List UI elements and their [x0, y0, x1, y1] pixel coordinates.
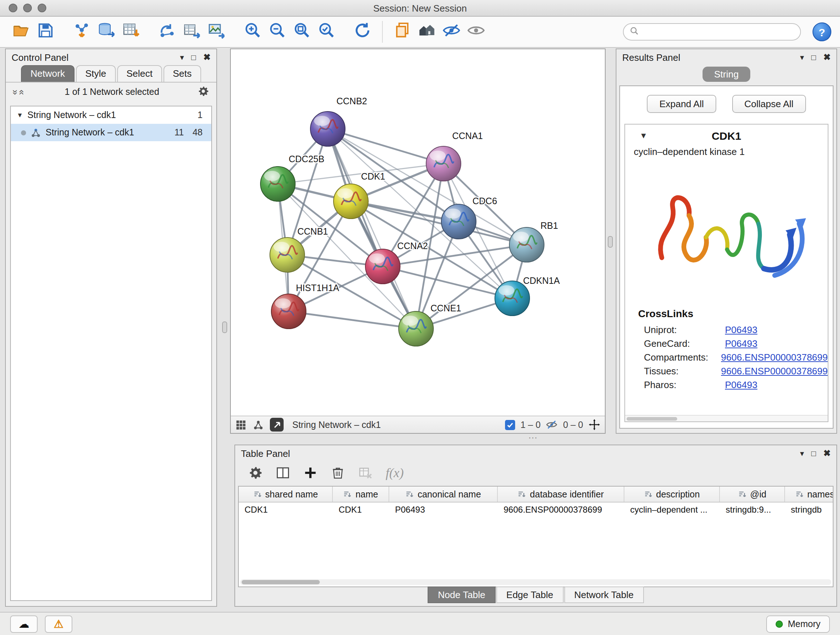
pan-crosshair-icon[interactable]	[588, 418, 600, 431]
node-label: CCNB2	[336, 96, 367, 106]
network-node-CDK1[interactable]	[333, 184, 368, 219]
collapse-all-button[interactable]: Collapse All	[732, 95, 806, 113]
tab-network-table[interactable]: Network Table	[564, 586, 644, 603]
table-scrollbar[interactable]	[240, 579, 831, 585]
zoom-in-button[interactable]	[240, 19, 265, 44]
crosslink-link[interactable]: 9606.ENSP00000378699	[721, 352, 828, 363]
crosslink-link[interactable]: P06493	[725, 338, 758, 349]
export-table-button[interactable]	[180, 19, 204, 44]
zoom-selected-button[interactable]	[314, 19, 339, 44]
network-node-CCNA1[interactable]	[426, 146, 461, 181]
column-header-0[interactable]: shared name	[239, 486, 333, 502]
open-external-button[interactable]	[270, 418, 284, 432]
network-node-CCNB1[interactable]	[270, 238, 305, 272]
gene-collapse-icon[interactable]: ▼	[639, 131, 647, 140]
add-column-plus-icon[interactable]	[303, 466, 317, 480]
panel-float-icon[interactable]: □	[191, 53, 196, 61]
save-session-button[interactable]	[33, 19, 58, 44]
export-image-button[interactable]	[204, 19, 229, 44]
horizontal-splitter[interactable]: ⋯	[528, 436, 538, 440]
network-node-CDC25B[interactable]	[261, 166, 295, 201]
tab-style[interactable]: Style	[76, 65, 116, 82]
network-node-CCNE1[interactable]	[399, 311, 433, 346]
refresh-view-button[interactable]	[350, 19, 375, 44]
network-node-CDC6[interactable]	[441, 204, 476, 239]
cloud-button[interactable]: ☁	[10, 615, 38, 632]
tab-edge-table[interactable]: Edge Table	[496, 586, 564, 603]
show-all-button[interactable]	[464, 19, 488, 44]
network-node-CCNB2[interactable]	[310, 111, 345, 146]
window-title: Session: New Session	[0, 3, 840, 13]
table-settings-gear-icon[interactable]	[248, 466, 263, 480]
network-edge[interactable]	[289, 311, 416, 329]
selected-checkbox-icon[interactable]	[505, 420, 515, 430]
column-header-4[interactable]: description	[624, 486, 720, 502]
network-row[interactable]: String Network – cdk1 11 48	[11, 124, 211, 141]
memory-button[interactable]: Memory	[766, 615, 830, 632]
right-splitter-grip[interactable]	[608, 236, 613, 248]
zoom-out-button[interactable]	[265, 19, 289, 44]
zoom-fit-button[interactable]	[289, 19, 314, 44]
delete-column-trash-icon[interactable]	[331, 466, 345, 480]
network-edge[interactable]	[328, 129, 444, 164]
network-options-gear-icon[interactable]	[197, 85, 209, 99]
show-columns-icon[interactable]	[276, 466, 290, 480]
results-scrollbar[interactable]	[625, 415, 828, 421]
copy-button[interactable]	[390, 19, 415, 44]
panel-menu-icon[interactable]: ▾	[800, 53, 804, 61]
network-canvas[interactable]: CCNB2CCNA1CDC25BCDK1CDC6RB1CCNB1CCNA2CDK…	[231, 49, 605, 416]
hidden-eye-slash-icon[interactable]	[546, 418, 558, 431]
table-cell: 9606.ENSP00000378699	[498, 502, 624, 517]
hide-selected-button[interactable]	[439, 19, 464, 44]
panel-menu-icon[interactable]: ▾	[800, 449, 804, 457]
table-row[interactable]: CDK1CDK1P064939606.ENSP00000378699cyclin…	[239, 502, 833, 517]
open-session-button[interactable]	[9, 19, 33, 44]
network-node-CCNA2[interactable]	[365, 249, 400, 284]
collapse-all-networks-icon[interactable]: «	[18, 89, 27, 95]
search-icon	[630, 25, 639, 38]
network-collection-row[interactable]: ▼ String Network – cdk1 1	[11, 106, 211, 124]
tab-node-table[interactable]: Node Table	[428, 586, 495, 603]
search-input[interactable]	[643, 27, 794, 37]
panel-close-icon[interactable]: ✖	[823, 53, 831, 62]
new-network-button[interactable]	[155, 19, 180, 44]
tab-select[interactable]: Select	[117, 65, 162, 82]
tab-string[interactable]: String	[703, 67, 750, 82]
crosslink-link[interactable]: P06493	[725, 379, 758, 390]
grid-view-icon[interactable]	[235, 419, 247, 431]
network-node-RB1[interactable]	[509, 227, 544, 262]
column-header-2[interactable]: canonical name	[389, 486, 498, 502]
crosslink-link[interactable]: P06493	[725, 325, 758, 335]
column-header-5[interactable]: @id	[720, 486, 785, 502]
search-box[interactable]	[623, 23, 801, 41]
home-button[interactable]	[415, 19, 439, 44]
panel-float-icon[interactable]: □	[812, 449, 816, 457]
status-bar: ☁ ⚠ Memory	[0, 612, 840, 635]
expand-all-button[interactable]: Expand All	[647, 95, 716, 113]
panel-close-icon[interactable]: ✖	[203, 53, 210, 62]
tab-sets[interactable]: Sets	[164, 65, 201, 82]
column-header-3[interactable]: database identifier	[498, 486, 624, 502]
panel-menu-icon[interactable]: ▾	[180, 53, 184, 61]
panel-close-icon[interactable]: ✖	[823, 449, 831, 458]
tab-network[interactable]: Network	[21, 65, 74, 82]
column-header-1[interactable]: name	[333, 486, 389, 502]
warnings-button[interactable]: ⚠	[45, 615, 73, 632]
crosslink-link[interactable]: 9606.ENSP00000378699	[721, 366, 828, 377]
import-network-button[interactable]	[69, 19, 94, 44]
collection-expand-icon[interactable]: ▼	[17, 111, 23, 119]
network-node-CDKN1A[interactable]	[495, 281, 530, 316]
function-builder-button[interactable]: f(x)	[386, 465, 404, 480]
network-share-icon[interactable]	[253, 419, 264, 431]
warning-icon: ⚠	[54, 618, 64, 629]
network-edge[interactable]	[328, 129, 416, 329]
column-header-6[interactable]: namespace	[785, 486, 834, 502]
string-results-box: Expand All Collapse All ▼ CDK1 cyclin–de…	[619, 86, 834, 429]
panel-float-icon[interactable]: □	[812, 53, 816, 61]
import-network-from-database-button[interactable]	[94, 19, 118, 44]
import-table-button[interactable]	[118, 19, 143, 44]
network-node-HIST1H1A[interactable]	[271, 294, 306, 329]
left-splitter-grip[interactable]	[222, 321, 227, 333]
node-label: CCNE1	[431, 303, 461, 313]
help-button[interactable]: ?	[813, 22, 831, 41]
